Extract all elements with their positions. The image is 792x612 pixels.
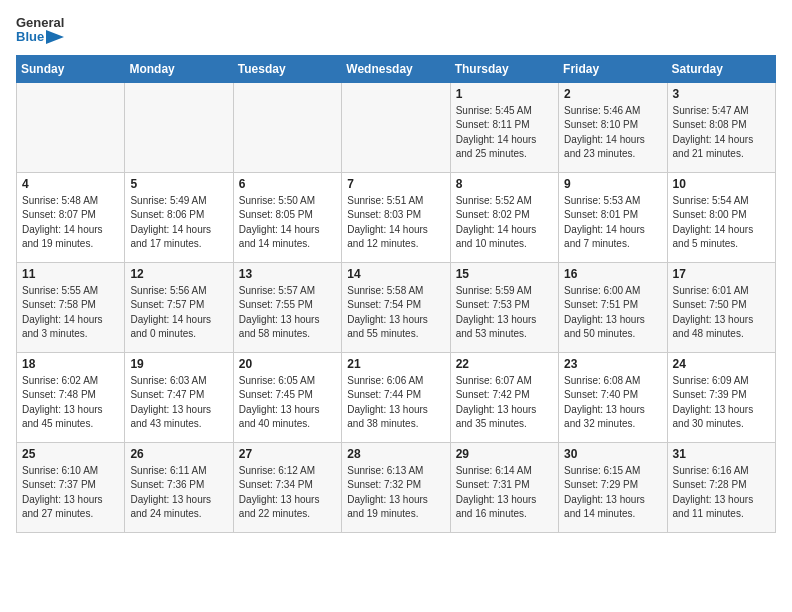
day-cell: 17Sunrise: 6:01 AM Sunset: 7:50 PM Dayli… — [667, 262, 775, 352]
day-info: Sunrise: 5:55 AM Sunset: 7:58 PM Dayligh… — [22, 284, 119, 342]
day-number: 13 — [239, 267, 336, 281]
day-number: 15 — [456, 267, 553, 281]
day-cell: 6Sunrise: 5:50 AM Sunset: 8:05 PM Daylig… — [233, 172, 341, 262]
day-cell: 2Sunrise: 5:46 AM Sunset: 8:10 PM Daylig… — [559, 82, 667, 172]
day-info: Sunrise: 5:49 AM Sunset: 8:06 PM Dayligh… — [130, 194, 227, 252]
day-info: Sunrise: 6:13 AM Sunset: 7:32 PM Dayligh… — [347, 464, 444, 522]
week-row-5: 25Sunrise: 6:10 AM Sunset: 7:37 PM Dayli… — [17, 442, 776, 532]
col-header-sunday: Sunday — [17, 55, 125, 82]
day-cell: 20Sunrise: 6:05 AM Sunset: 7:45 PM Dayli… — [233, 352, 341, 442]
day-cell: 26Sunrise: 6:11 AM Sunset: 7:36 PM Dayli… — [125, 442, 233, 532]
day-number: 21 — [347, 357, 444, 371]
day-cell: 27Sunrise: 6:12 AM Sunset: 7:34 PM Dayli… — [233, 442, 341, 532]
col-header-wednesday: Wednesday — [342, 55, 450, 82]
day-info: Sunrise: 6:09 AM Sunset: 7:39 PM Dayligh… — [673, 374, 770, 432]
week-row-4: 18Sunrise: 6:02 AM Sunset: 7:48 PM Dayli… — [17, 352, 776, 442]
day-number: 23 — [564, 357, 661, 371]
day-cell: 12Sunrise: 5:56 AM Sunset: 7:57 PM Dayli… — [125, 262, 233, 352]
day-info: Sunrise: 5:54 AM Sunset: 8:00 PM Dayligh… — [673, 194, 770, 252]
day-number: 29 — [456, 447, 553, 461]
day-number: 18 — [22, 357, 119, 371]
day-number: 28 — [347, 447, 444, 461]
day-number: 20 — [239, 357, 336, 371]
day-number: 11 — [22, 267, 119, 281]
col-header-tuesday: Tuesday — [233, 55, 341, 82]
day-number: 14 — [347, 267, 444, 281]
day-cell: 8Sunrise: 5:52 AM Sunset: 8:02 PM Daylig… — [450, 172, 558, 262]
day-cell: 24Sunrise: 6:09 AM Sunset: 7:39 PM Dayli… — [667, 352, 775, 442]
day-number: 1 — [456, 87, 553, 101]
day-cell: 31Sunrise: 6:16 AM Sunset: 7:28 PM Dayli… — [667, 442, 775, 532]
day-info: Sunrise: 6:05 AM Sunset: 7:45 PM Dayligh… — [239, 374, 336, 432]
day-cell: 13Sunrise: 5:57 AM Sunset: 7:55 PM Dayli… — [233, 262, 341, 352]
day-info: Sunrise: 6:10 AM Sunset: 7:37 PM Dayligh… — [22, 464, 119, 522]
day-cell: 23Sunrise: 6:08 AM Sunset: 7:40 PM Dayli… — [559, 352, 667, 442]
day-cell: 9Sunrise: 5:53 AM Sunset: 8:01 PM Daylig… — [559, 172, 667, 262]
day-number: 6 — [239, 177, 336, 191]
day-info: Sunrise: 6:15 AM Sunset: 7:29 PM Dayligh… — [564, 464, 661, 522]
week-row-2: 4Sunrise: 5:48 AM Sunset: 8:07 PM Daylig… — [17, 172, 776, 262]
day-info: Sunrise: 5:51 AM Sunset: 8:03 PM Dayligh… — [347, 194, 444, 252]
day-cell: 29Sunrise: 6:14 AM Sunset: 7:31 PM Dayli… — [450, 442, 558, 532]
day-cell — [17, 82, 125, 172]
day-cell: 10Sunrise: 5:54 AM Sunset: 8:00 PM Dayli… — [667, 172, 775, 262]
day-cell: 21Sunrise: 6:06 AM Sunset: 7:44 PM Dayli… — [342, 352, 450, 442]
day-cell — [233, 82, 341, 172]
day-number: 22 — [456, 357, 553, 371]
day-number: 24 — [673, 357, 770, 371]
day-cell: 7Sunrise: 5:51 AM Sunset: 8:03 PM Daylig… — [342, 172, 450, 262]
day-info: Sunrise: 6:12 AM Sunset: 7:34 PM Dayligh… — [239, 464, 336, 522]
day-info: Sunrise: 6:16 AM Sunset: 7:28 PM Dayligh… — [673, 464, 770, 522]
day-cell: 15Sunrise: 5:59 AM Sunset: 7:53 PM Dayli… — [450, 262, 558, 352]
day-number: 9 — [564, 177, 661, 191]
day-info: Sunrise: 5:50 AM Sunset: 8:05 PM Dayligh… — [239, 194, 336, 252]
day-info: Sunrise: 5:53 AM Sunset: 8:01 PM Dayligh… — [564, 194, 661, 252]
logo-arrow-icon — [46, 30, 64, 44]
svg-marker-0 — [46, 30, 64, 44]
day-cell — [125, 82, 233, 172]
day-cell: 14Sunrise: 5:58 AM Sunset: 7:54 PM Dayli… — [342, 262, 450, 352]
day-info: Sunrise: 5:45 AM Sunset: 8:11 PM Dayligh… — [456, 104, 553, 162]
day-info: Sunrise: 5:48 AM Sunset: 8:07 PM Dayligh… — [22, 194, 119, 252]
col-header-monday: Monday — [125, 55, 233, 82]
day-number: 10 — [673, 177, 770, 191]
day-info: Sunrise: 6:06 AM Sunset: 7:44 PM Dayligh… — [347, 374, 444, 432]
day-cell: 30Sunrise: 6:15 AM Sunset: 7:29 PM Dayli… — [559, 442, 667, 532]
day-info: Sunrise: 5:58 AM Sunset: 7:54 PM Dayligh… — [347, 284, 444, 342]
day-info: Sunrise: 6:14 AM Sunset: 7:31 PM Dayligh… — [456, 464, 553, 522]
day-info: Sunrise: 6:08 AM Sunset: 7:40 PM Dayligh… — [564, 374, 661, 432]
day-info: Sunrise: 6:01 AM Sunset: 7:50 PM Dayligh… — [673, 284, 770, 342]
day-cell: 5Sunrise: 5:49 AM Sunset: 8:06 PM Daylig… — [125, 172, 233, 262]
calendar-table: SundayMondayTuesdayWednesdayThursdayFrid… — [16, 55, 776, 533]
day-cell: 19Sunrise: 6:03 AM Sunset: 7:47 PM Dayli… — [125, 352, 233, 442]
day-number: 7 — [347, 177, 444, 191]
day-info: Sunrise: 6:11 AM Sunset: 7:36 PM Dayligh… — [130, 464, 227, 522]
day-info: Sunrise: 6:00 AM Sunset: 7:51 PM Dayligh… — [564, 284, 661, 342]
day-cell: 1Sunrise: 5:45 AM Sunset: 8:11 PM Daylig… — [450, 82, 558, 172]
day-number: 4 — [22, 177, 119, 191]
day-cell: 16Sunrise: 6:00 AM Sunset: 7:51 PM Dayli… — [559, 262, 667, 352]
day-info: Sunrise: 5:57 AM Sunset: 7:55 PM Dayligh… — [239, 284, 336, 342]
day-number: 30 — [564, 447, 661, 461]
logo: General Blue — [16, 16, 64, 45]
day-number: 27 — [239, 447, 336, 461]
day-number: 31 — [673, 447, 770, 461]
day-info: Sunrise: 6:03 AM Sunset: 7:47 PM Dayligh… — [130, 374, 227, 432]
day-info: Sunrise: 5:47 AM Sunset: 8:08 PM Dayligh… — [673, 104, 770, 162]
day-cell: 22Sunrise: 6:07 AM Sunset: 7:42 PM Dayli… — [450, 352, 558, 442]
day-cell: 28Sunrise: 6:13 AM Sunset: 7:32 PM Dayli… — [342, 442, 450, 532]
day-info: Sunrise: 5:56 AM Sunset: 7:57 PM Dayligh… — [130, 284, 227, 342]
day-cell: 11Sunrise: 5:55 AM Sunset: 7:58 PM Dayli… — [17, 262, 125, 352]
logo-blue: Blue — [16, 30, 44, 44]
col-header-friday: Friday — [559, 55, 667, 82]
day-cell: 25Sunrise: 6:10 AM Sunset: 7:37 PM Dayli… — [17, 442, 125, 532]
day-cell: 4Sunrise: 5:48 AM Sunset: 8:07 PM Daylig… — [17, 172, 125, 262]
day-cell — [342, 82, 450, 172]
day-number: 2 — [564, 87, 661, 101]
day-number: 8 — [456, 177, 553, 191]
day-info: Sunrise: 6:07 AM Sunset: 7:42 PM Dayligh… — [456, 374, 553, 432]
header-row: SundayMondayTuesdayWednesdayThursdayFrid… — [17, 55, 776, 82]
day-cell: 18Sunrise: 6:02 AM Sunset: 7:48 PM Dayli… — [17, 352, 125, 442]
col-header-saturday: Saturday — [667, 55, 775, 82]
day-number: 19 — [130, 357, 227, 371]
